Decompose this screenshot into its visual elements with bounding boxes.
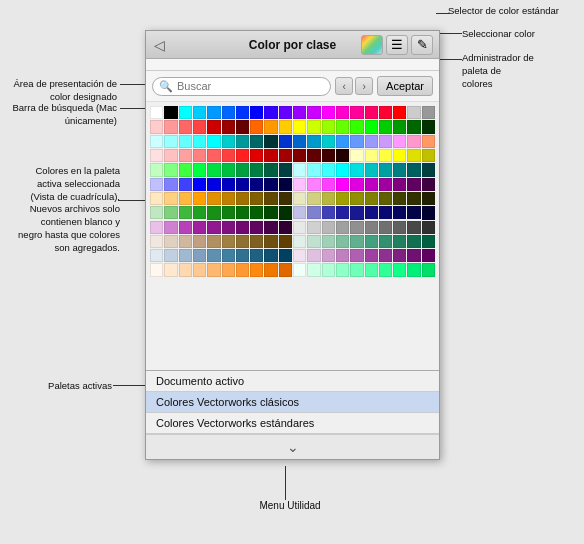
color-cell[interactable] (250, 263, 263, 276)
color-cell[interactable] (293, 135, 306, 148)
color-cell[interactable] (379, 192, 392, 205)
color-cell[interactable] (179, 178, 192, 191)
color-cell[interactable] (379, 163, 392, 176)
palette-item-vectorworks-classic[interactable]: Colores Vectorworks clásicos (146, 392, 439, 413)
color-cell[interactable] (293, 221, 306, 234)
color-cell[interactable] (193, 192, 206, 205)
color-cell[interactable] (222, 206, 235, 219)
color-cell[interactable] (336, 163, 349, 176)
color-cell[interactable] (264, 249, 277, 262)
color-cell[interactable] (250, 106, 263, 119)
color-cell[interactable] (407, 135, 420, 148)
color-cell[interactable] (422, 178, 435, 191)
color-cell[interactable] (307, 163, 320, 176)
color-cell[interactable] (350, 178, 363, 191)
color-cell[interactable] (365, 235, 378, 248)
color-cell[interactable] (350, 192, 363, 205)
color-cell[interactable] (207, 249, 220, 262)
color-cell[interactable] (236, 206, 249, 219)
color-cell[interactable] (407, 221, 420, 234)
color-cell[interactable] (164, 206, 177, 219)
color-cell[interactable] (422, 135, 435, 148)
color-cell[interactable] (179, 235, 192, 248)
color-cell[interactable] (365, 106, 378, 119)
color-cell[interactable] (279, 249, 292, 262)
color-cell[interactable] (422, 221, 435, 234)
color-cell[interactable] (422, 106, 435, 119)
color-cell[interactable] (179, 120, 192, 133)
color-cell[interactable] (236, 249, 249, 262)
color-cell[interactable] (236, 120, 249, 133)
color-cell[interactable] (350, 135, 363, 148)
color-cell[interactable] (207, 120, 220, 133)
color-cell[interactable] (407, 235, 420, 248)
color-cell[interactable] (293, 120, 306, 133)
color-cell[interactable] (179, 149, 192, 162)
color-cell[interactable] (379, 263, 392, 276)
color-cell[interactable] (393, 249, 406, 262)
color-cell[interactable] (236, 178, 249, 191)
nav-prev-button[interactable]: ‹ (335, 77, 353, 95)
color-cell[interactable] (407, 206, 420, 219)
color-cell[interactable] (407, 192, 420, 205)
color-cell[interactable] (407, 249, 420, 262)
back-button[interactable]: ◁ (154, 37, 165, 53)
color-cell[interactable] (365, 263, 378, 276)
color-cell[interactable] (322, 120, 335, 133)
nav-next-button[interactable]: › (355, 77, 373, 95)
color-cell[interactable] (365, 135, 378, 148)
color-cell[interactable] (193, 235, 206, 248)
color-cell[interactable] (350, 249, 363, 262)
color-cell[interactable] (164, 249, 177, 262)
color-cell[interactable] (222, 249, 235, 262)
color-cell[interactable] (393, 235, 406, 248)
color-cell[interactable] (222, 178, 235, 191)
color-cell[interactable] (193, 149, 206, 162)
color-cell[interactable] (422, 120, 435, 133)
color-cell[interactable] (422, 249, 435, 262)
color-cell[interactable] (250, 235, 263, 248)
color-cell[interactable] (422, 263, 435, 276)
color-cell[interactable] (264, 120, 277, 133)
color-cell[interactable] (236, 163, 249, 176)
color-cell[interactable] (264, 206, 277, 219)
color-cell[interactable] (350, 221, 363, 234)
color-cell[interactable] (164, 135, 177, 148)
color-cell[interactable] (264, 235, 277, 248)
color-cell[interactable] (336, 263, 349, 276)
color-cell[interactable] (365, 206, 378, 219)
color-cell[interactable] (336, 192, 349, 205)
color-cell[interactable] (250, 178, 263, 191)
color-cell[interactable] (279, 206, 292, 219)
color-cell[interactable] (279, 135, 292, 148)
color-cell[interactable] (150, 263, 163, 276)
color-cell[interactable] (365, 163, 378, 176)
color-cell[interactable] (336, 149, 349, 162)
color-cell[interactable] (379, 206, 392, 219)
color-cell[interactable] (307, 178, 320, 191)
color-cell[interactable] (393, 178, 406, 191)
color-cell[interactable] (164, 235, 177, 248)
color-cell[interactable] (179, 249, 192, 262)
color-cell[interactable] (336, 106, 349, 119)
color-cell[interactable] (150, 192, 163, 205)
color-cell[interactable] (350, 263, 363, 276)
color-cell[interactable] (179, 163, 192, 176)
color-cell[interactable] (222, 263, 235, 276)
color-cell[interactable] (264, 106, 277, 119)
color-cell[interactable] (250, 163, 263, 176)
color-cell[interactable] (322, 178, 335, 191)
color-cell[interactable] (250, 192, 263, 205)
color-cell[interactable] (293, 106, 306, 119)
color-cell[interactable] (393, 206, 406, 219)
color-cell[interactable] (365, 120, 378, 133)
color-cell[interactable] (164, 149, 177, 162)
color-cell[interactable] (322, 135, 335, 148)
color-cell[interactable] (207, 178, 220, 191)
color-cell[interactable] (164, 178, 177, 191)
color-cell[interactable] (336, 135, 349, 148)
color-cell[interactable] (293, 192, 306, 205)
accept-button[interactable]: Aceptar (377, 76, 433, 96)
color-cell[interactable] (250, 135, 263, 148)
color-cell[interactable] (236, 235, 249, 248)
